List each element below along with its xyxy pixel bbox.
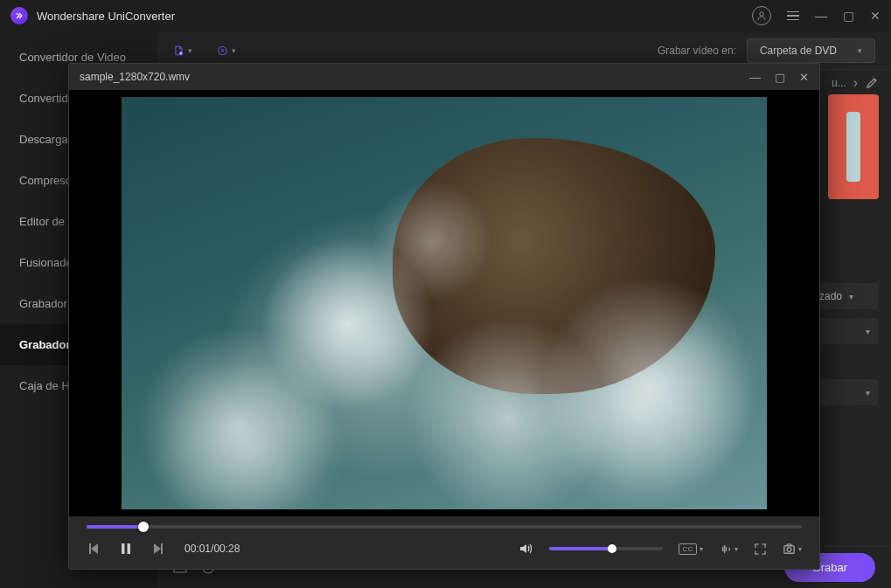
- chevron-down-icon: ▾: [849, 292, 853, 301]
- svg-point-3: [221, 49, 223, 51]
- current-time: 00:01: [184, 543, 211, 555]
- svg-rect-9: [128, 543, 131, 554]
- player-filename: sample_1280x720.wmv: [80, 71, 190, 83]
- template-label: u...: [832, 77, 846, 89]
- minimize-button[interactable]: —: [815, 9, 827, 23]
- chevron-down-icon: ▾: [858, 46, 862, 55]
- audio-track-button[interactable]: ▾: [719, 543, 738, 556]
- video-area[interactable]: [69, 90, 819, 516]
- close-button[interactable]: ✕: [870, 9, 881, 23]
- template-thumbnail[interactable]: [828, 94, 879, 199]
- timecode: 00:01/00:28: [184, 543, 240, 555]
- pause-button[interactable]: [118, 541, 134, 557]
- destination-dropdown[interactable]: Carpeta de DVD ▾: [747, 38, 875, 63]
- account-icon[interactable]: [752, 6, 771, 25]
- titlebar: Wondershare UniConverter — ▢ ✕: [0, 0, 891, 31]
- player-controls: 00:01/00:28 CC▾ ▾ ▾: [69, 516, 819, 569]
- svg-point-2: [219, 46, 226, 54]
- record-to-label: Grabar vídeo en:: [658, 45, 736, 57]
- player-maximize-button[interactable]: ▢: [775, 71, 785, 84]
- duration: 00:28: [213, 543, 240, 555]
- option-row-3[interactable]: ▾: [811, 379, 879, 405]
- volume-slider[interactable]: [549, 547, 663, 550]
- prev-frame-button[interactable]: [87, 541, 102, 557]
- seek-bar[interactable]: [87, 525, 802, 529]
- add-disc-button[interactable]: ▾: [217, 41, 236, 60]
- svg-rect-7: [89, 543, 91, 554]
- app-logo: [10, 7, 28, 24]
- next-frame-button[interactable]: [150, 541, 165, 557]
- player-titlebar: sample_1280x720.wmv — ▢ ✕: [69, 64, 819, 90]
- chevron-down-icon: ▾: [232, 46, 236, 55]
- chevron-down-icon: ▾: [866, 327, 870, 336]
- volume-icon[interactable]: [518, 541, 533, 557]
- player-minimize-button[interactable]: —: [749, 71, 761, 84]
- option-row-2[interactable]: ▾: [811, 318, 879, 344]
- svg-rect-10: [161, 543, 163, 554]
- svg-rect-8: [122, 543, 125, 554]
- chevron-down-icon: ▾: [188, 46, 192, 55]
- svg-point-12: [787, 547, 791, 551]
- option-value: zado: [819, 290, 842, 302]
- video-frame: [122, 97, 767, 509]
- player-close-button[interactable]: ✕: [799, 71, 809, 84]
- next-template-button[interactable]: ›: [853, 75, 858, 91]
- edit-icon[interactable]: [865, 76, 879, 90]
- menu-icon[interactable]: [787, 11, 799, 21]
- add-file-button[interactable]: ▾: [173, 41, 192, 60]
- app-title: Wondershare UniConverter: [37, 10, 752, 23]
- maximize-button[interactable]: ▢: [843, 9, 854, 23]
- option-row-1[interactable]: zado ▾: [811, 283, 879, 309]
- svg-point-0: [760, 12, 763, 16]
- subtitle-button[interactable]: CC▾: [679, 543, 703, 555]
- fullscreen-button[interactable]: [754, 543, 767, 556]
- player-window: sample_1280x720.wmv — ▢ ✕ 0: [68, 63, 820, 570]
- destination-value: Carpeta de DVD: [760, 45, 837, 57]
- snapshot-button[interactable]: ▾: [783, 543, 802, 556]
- chevron-down-icon: ▾: [866, 388, 870, 398]
